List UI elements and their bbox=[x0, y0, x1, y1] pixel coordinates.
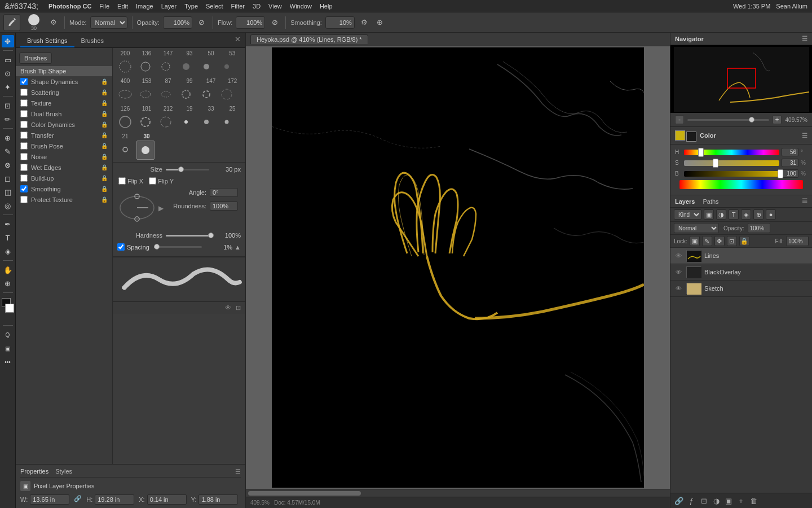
add-adjustment-btn[interactable]: ◑ bbox=[711, 496, 721, 506]
kind-dropdown[interactable]: Kind bbox=[674, 209, 701, 220]
spacing-slider[interactable] bbox=[154, 246, 202, 248]
buildup-checkbox[interactable] bbox=[20, 174, 28, 182]
menu-help[interactable]: Help bbox=[320, 3, 333, 10]
smoothing-item[interactable]: Smoothing 🔒 bbox=[16, 183, 112, 194]
saturation-input[interactable] bbox=[782, 159, 798, 167]
heal-tool[interactable]: ⊕ bbox=[2, 132, 14, 144]
brush-item[interactable] bbox=[177, 85, 195, 103]
flip-y-checkbox[interactable] bbox=[149, 177, 156, 185]
zoom-in-btn[interactable]: + bbox=[773, 115, 782, 124]
tab-properties[interactable]: Properties bbox=[20, 468, 48, 475]
noise-checkbox[interactable] bbox=[20, 153, 28, 160]
screen-mode[interactable]: ▣ bbox=[2, 342, 14, 354]
shape-tool[interactable]: ◈ bbox=[2, 245, 14, 257]
roundness-input[interactable] bbox=[210, 202, 238, 211]
menu-filter[interactable]: Filter bbox=[231, 3, 245, 10]
color-dynamics-item[interactable]: Color Dynamics 🔒 bbox=[16, 119, 112, 130]
texture-checkbox[interactable] bbox=[20, 99, 28, 107]
brush-options-icon[interactable]: ⚙ bbox=[47, 16, 60, 29]
brush-item[interactable] bbox=[197, 113, 215, 131]
brush-item[interactable] bbox=[177, 113, 195, 131]
shape-dynamics-item[interactable]: Shape Dynamics 🔒 bbox=[16, 76, 112, 87]
color-spectrum[interactable] bbox=[679, 180, 803, 189]
mode-dropdown[interactable]: Normal bbox=[90, 16, 127, 29]
scrollbar-thumb-h[interactable] bbox=[248, 491, 361, 496]
preview-icon2[interactable]: ⊡ bbox=[236, 304, 241, 312]
brush-item[interactable] bbox=[157, 85, 175, 103]
zoom-out-btn[interactable]: - bbox=[675, 115, 684, 124]
filter-pixel-icon[interactable]: ▣ bbox=[704, 209, 714, 220]
transfer-item[interactable]: Transfer 🔒 bbox=[16, 130, 112, 141]
add-group-btn[interactable]: ▣ bbox=[723, 496, 734, 506]
add-mask-btn[interactable]: ⊡ bbox=[699, 496, 709, 506]
brush-item[interactable] bbox=[177, 58, 195, 76]
shape-dynamics-checkbox[interactable] bbox=[20, 78, 28, 85]
brush-item[interactable] bbox=[136, 85, 155, 103]
zoom-slider[interactable] bbox=[687, 119, 769, 121]
wet-edges-checkbox[interactable] bbox=[20, 164, 28, 171]
hardness-slider[interactable] bbox=[166, 235, 209, 237]
noise-item[interactable]: Noise 🔒 bbox=[16, 151, 112, 162]
quick-mask[interactable]: Q bbox=[2, 329, 14, 341]
tab-brush-settings[interactable]: Brush Settings bbox=[20, 35, 74, 47]
crop-tool[interactable]: ⊡ bbox=[2, 99, 14, 112]
canvas-tab-item[interactable]: Heyoka.psd @ 410% (Lines, RGB/8) * bbox=[250, 34, 368, 44]
color-dynamics-checkbox[interactable] bbox=[20, 121, 28, 128]
magic-wand-tool[interactable]: ✦ bbox=[2, 81, 14, 93]
menu-file[interactable]: File bbox=[99, 3, 109, 10]
smoothing-checkbox[interactable] bbox=[20, 185, 28, 192]
brightness-input[interactable] bbox=[782, 169, 798, 178]
tab-styles[interactable]: Styles bbox=[55, 468, 72, 475]
navigator-menu-icon[interactable]: ☰ bbox=[802, 35, 807, 42]
protect-texture-item[interactable]: Protect Texture 🔒 bbox=[16, 194, 112, 205]
color-menu-icon[interactable]: ☰ bbox=[802, 132, 807, 139]
text-tool[interactable]: T bbox=[2, 231, 14, 244]
texture-item[interactable]: Texture 🔒 bbox=[16, 98, 112, 108]
gradient-tool[interactable]: ◫ bbox=[2, 186, 14, 198]
protect-texture-checkbox[interactable] bbox=[20, 196, 28, 203]
spacing-checkbox[interactable] bbox=[117, 243, 125, 251]
brush-item[interactable] bbox=[157, 58, 175, 76]
layer-row-blackoverlay[interactable]: 👁 BlackOverlay bbox=[670, 264, 812, 281]
flow-input[interactable] bbox=[236, 16, 265, 29]
fill-input[interactable] bbox=[786, 236, 809, 246]
dodge-tool[interactable]: ◎ bbox=[2, 199, 14, 212]
scattering-checkbox[interactable] bbox=[20, 89, 28, 96]
hand-tool[interactable]: ✋ bbox=[2, 264, 14, 276]
lock-all-icon[interactable]: 🔒 bbox=[739, 236, 749, 246]
brush-item[interactable] bbox=[197, 85, 215, 103]
add-style-btn[interactable]: ƒ bbox=[686, 496, 696, 506]
brush-item-selected[interactable] bbox=[136, 141, 155, 160]
flip-x-label[interactable]: Flip X bbox=[118, 177, 143, 185]
eyedropper-tool[interactable]: ✏ bbox=[2, 113, 14, 125]
lock-transparent-icon[interactable]: ▣ bbox=[690, 236, 700, 246]
opacity-input[interactable] bbox=[163, 16, 192, 29]
more-tools[interactable]: ••• bbox=[2, 356, 14, 368]
menu-view[interactable]: View bbox=[268, 3, 282, 10]
x-input[interactable] bbox=[147, 494, 187, 505]
hue-slider[interactable] bbox=[684, 150, 779, 155]
brush-item[interactable] bbox=[116, 141, 134, 160]
layer-eye-sketch[interactable]: 👁 bbox=[674, 284, 683, 293]
h-input[interactable] bbox=[95, 494, 134, 505]
background-color-swatch[interactable] bbox=[686, 132, 696, 142]
brush-item[interactable] bbox=[197, 58, 215, 76]
brush-item[interactable] bbox=[218, 85, 236, 103]
menu-3d[interactable]: 3D bbox=[253, 3, 261, 10]
lock-position-icon[interactable]: ✥ bbox=[714, 236, 725, 246]
opacity-pressure-icon[interactable]: ⊘ bbox=[196, 16, 208, 29]
brushes-btn[interactable]: Brushes bbox=[19, 52, 52, 64]
clone-tool[interactable]: ⊗ bbox=[2, 159, 14, 171]
tab-brushes[interactable]: Brushes bbox=[74, 35, 111, 47]
lock-image-icon[interactable]: ✎ bbox=[702, 236, 712, 246]
paths-tab[interactable]: Paths bbox=[703, 198, 718, 205]
saturation-slider[interactable] bbox=[684, 160, 779, 166]
brightness-thumb[interactable] bbox=[778, 169, 783, 178]
eraser-tool[interactable]: ◻ bbox=[2, 172, 14, 185]
lasso-tool[interactable]: ⊙ bbox=[2, 67, 14, 80]
move-tool[interactable]: ✥ bbox=[2, 35, 14, 47]
layers-menu-icon[interactable]: ☰ bbox=[802, 198, 807, 205]
add-layer-btn[interactable]: + bbox=[736, 496, 746, 506]
angle-wheel-container[interactable]: ▶ bbox=[117, 188, 157, 229]
properties-menu-icon[interactable]: ☰ bbox=[235, 468, 241, 475]
